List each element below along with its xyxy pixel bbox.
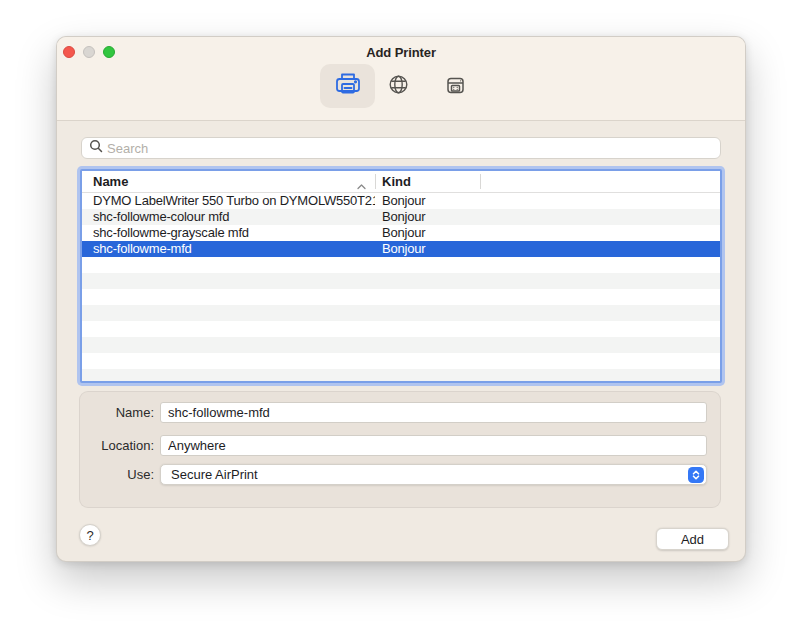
table-row[interactable]: DYMO LabelWriter 550 Turbo on DYMOLW550T… [82,193,720,209]
table-row[interactable]: shc-followme-grayscale mfd Bonjour [82,225,720,241]
window-title: Add Printer [57,45,745,61]
printer-dotmatrix-icon [444,73,467,100]
name-label: Name: [80,402,154,423]
location-field[interactable] [160,435,707,456]
globe-icon [388,74,409,99]
sort-ascending-icon [357,178,366,193]
empty-row [82,257,720,273]
tab-ip-printer[interactable] [371,64,426,108]
printer-name-cell: shc-followme-colour mfd [93,209,375,225]
column-divider [480,174,481,189]
printer-kind-cell: Bonjour [382,225,425,241]
printer-name-cell: shc-followme-grayscale mfd [93,225,375,241]
use-dropdown-value: Secure AirPrint [171,467,258,482]
popup-stepper-icon [688,467,704,483]
add-printer-window: Add Printer [56,36,746,562]
empty-row [82,337,720,353]
printer-kind-cell: Bonjour [382,209,425,225]
use-label: Use: [80,464,154,485]
location-label: Location: [80,435,154,456]
printer-icon [334,71,362,101]
printer-name-cell: DYMO LabelWriter 550 Turbo on DYMOLW550T… [93,193,375,209]
column-header-name[interactable]: Name [93,174,128,189]
search-input[interactable] [107,141,720,156]
printer-details-panel: Name: Location: Use: Secure AirPrint [79,391,721,508]
empty-row [82,353,720,369]
printer-name-cell: shc-followme-mfd [93,241,375,257]
search-icon [89,139,103,157]
name-field[interactable] [160,402,707,423]
empty-row [82,369,720,383]
tab-default-printer[interactable] [320,64,375,108]
add-button[interactable]: Add [656,528,729,550]
empty-row [82,273,720,289]
table-header: Name Kind [82,171,720,193]
titlebar: Add Printer [57,37,745,121]
empty-row [82,289,720,305]
empty-row [82,305,720,321]
help-button[interactable]: ? [79,524,101,546]
table-row[interactable]: shc-followme-colour mfd Bonjour [82,209,720,225]
table-row-selected[interactable]: shc-followme-mfd Bonjour [82,241,720,257]
column-divider [375,174,376,189]
column-header-kind[interactable]: Kind [382,174,411,189]
search-field[interactable] [81,137,721,159]
printer-kind-cell: Bonjour [382,241,425,257]
use-dropdown[interactable]: Secure AirPrint [160,464,707,485]
tab-windows-printer[interactable] [428,64,483,108]
printer-table: Name Kind DYMO LabelWriter 550 Turbo on … [80,169,722,383]
table-body: DYMO LabelWriter 550 Turbo on DYMOLW550T… [82,193,720,383]
empty-row [82,321,720,337]
printer-kind-cell: Bonjour [382,193,425,209]
